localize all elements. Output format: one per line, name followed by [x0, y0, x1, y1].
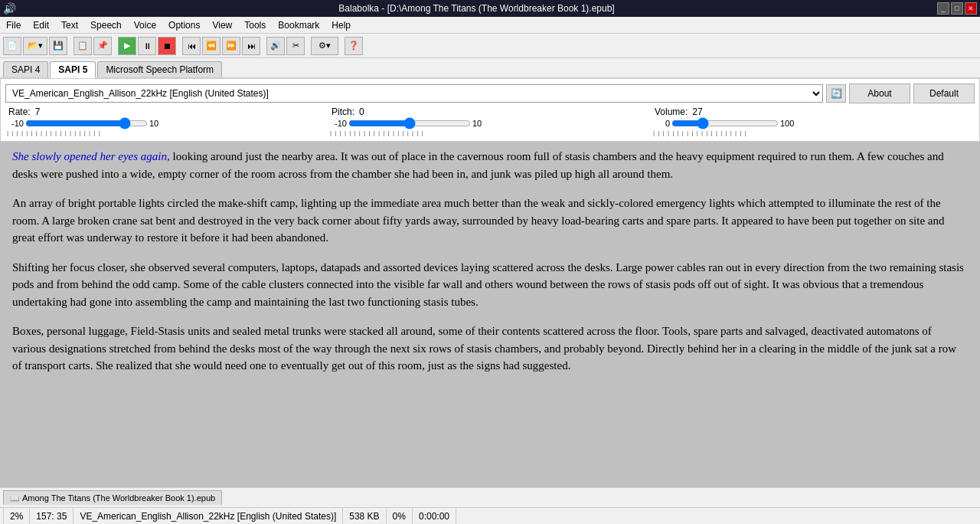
paragraph-1: She slowly opened her eyes again, lookin… — [12, 148, 968, 182]
tab-sapi4[interactable]: SAPI 4 — [3, 61, 48, 77]
menu-help[interactable]: Help — [325, 18, 357, 32]
rate-group: Rate: 7 -10 10 | | | | | | | | | | | | |… — [5, 106, 328, 136]
highlighted-text-p1: She slowly opened her eyes again, — [12, 150, 170, 162]
toolbar: 📄 📂▾ 💾 📋 📌 ▶ ⏸ ⏹ ⏮ ⏪ ⏩ ⏭ 🔊 ✂ ⚙▾ ❓ — [0, 34, 980, 58]
app-window: 🔊 Balabolka - [D:\Among The Titans (The … — [0, 0, 980, 524]
body-text-p2: An array of bright portable lights circl… — [12, 197, 944, 244]
minimize-button[interactable]: _ — [937, 2, 949, 15]
pitch-max: 10 — [472, 119, 489, 128]
file-tab[interactable]: 📖 Among The Titans (The Worldbreaker Boo… — [3, 490, 222, 505]
rewind-button[interactable]: ⏪ — [202, 37, 220, 55]
pitch-label: Pitch: — [332, 106, 354, 117]
help-button[interactable]: ❓ — [345, 37, 363, 55]
save-button[interactable]: 💾 — [49, 37, 67, 55]
paste-button[interactable]: 📌 — [93, 37, 112, 55]
pitch-slider[interactable] — [348, 117, 471, 129]
about-button[interactable]: About — [849, 84, 910, 103]
status-percent: 0% — [387, 508, 413, 524]
content-area: She slowly opened her eyes again, lookin… — [0, 142, 980, 487]
volume-label: Volume: — [655, 106, 688, 117]
default-button[interactable]: Default — [913, 84, 975, 103]
body-text-p4: Boxes, personal luggage, Field-Stasis un… — [12, 325, 956, 372]
split-button[interactable]: ✂ — [286, 37, 305, 55]
paragraph-2: An array of bright portable lights circl… — [12, 195, 968, 247]
settings-dropdown[interactable]: ⚙▾ — [311, 37, 338, 55]
rate-max: 10 — [149, 119, 166, 128]
rate-min: -10 — [7, 119, 24, 128]
volume-slider[interactable] — [671, 117, 779, 129]
menu-voice[interactable]: Voice — [128, 18, 162, 32]
open-dropdown[interactable]: 📂▾ — [23, 37, 47, 55]
rate-label: Rate: — [8, 106, 31, 117]
pitch-ticks: | | | | | | | | | | | | | | | | | | | | — [328, 129, 424, 136]
pitch-value: 0 — [359, 106, 364, 117]
prev-button[interactable]: ⏮ — [182, 37, 201, 55]
menu-edit[interactable]: Edit — [27, 18, 55, 32]
menu-options[interactable]: Options — [162, 18, 206, 32]
status-bar: 2% 157: 35 VE_American_English_Allison_2… — [0, 507, 980, 524]
menu-bar: File Edit Text Speech Voice Options View… — [0, 17, 980, 34]
pause-button[interactable]: ⏸ — [138, 37, 156, 55]
sliders-row: Rate: 7 -10 10 | | | | | | | | | | | | |… — [5, 106, 975, 136]
pitch-min: -10 — [330, 119, 347, 128]
maximize-button[interactable]: □ — [951, 2, 963, 15]
paragraph-4: Boxes, personal luggage, Field-Stasis un… — [12, 323, 968, 375]
rate-slider[interactable] — [25, 117, 148, 129]
bottom-tab-bar: 📖 Among The Titans (The Worldbreaker Boo… — [0, 487, 980, 507]
menu-tools[interactable]: Tools — [238, 18, 272, 32]
window-title: Balabolka - [D:\Among The Titans (The Wo… — [16, 3, 937, 14]
menu-file[interactable]: File — [0, 18, 27, 32]
voice-select-dropdown[interactable]: VE_American_English_Allison_22kHz [Engli… — [5, 84, 823, 103]
volume-ticks: | | | | | | | | | | | | | | | | | | | | — [652, 129, 747, 136]
voice-panel: VE_American_English_Allison_22kHz [Engli… — [0, 78, 980, 142]
tab-microsoft-speech[interactable]: Microsoft Speech Platform — [97, 61, 222, 77]
close-button[interactable]: ✕ — [965, 2, 977, 15]
file-tab-label: Among The Titans (The Worldbreaker Book … — [22, 493, 215, 503]
title-bar: 🔊 Balabolka - [D:\Among The Titans (The … — [0, 0, 980, 17]
tts-button[interactable]: 🔊 — [266, 37, 285, 55]
tab-sapi5[interactable]: SAPI 5 — [50, 61, 96, 78]
status-progress: 2% — [3, 508, 30, 524]
body-text-p3: Shifting her focus closer, she observed … — [12, 261, 964, 308]
sapi-tab-bar: SAPI 4 SAPI 5 Microsoft Speech Platform — [0, 58, 980, 78]
forward-button[interactable]: ⏩ — [222, 37, 240, 55]
file-tab-icon: 📖 — [10, 494, 19, 503]
voice-refresh-button[interactable]: 🔄 — [826, 84, 846, 103]
rate-value: 7 — [35, 106, 41, 117]
window-controls: _ □ ✕ — [937, 2, 977, 15]
menu-text[interactable]: Text — [55, 18, 84, 32]
paragraph-3: Shifting her focus closer, she observed … — [12, 259, 968, 311]
volume-max: 100 — [780, 119, 797, 128]
menu-bookmark[interactable]: Bookmark — [272, 18, 325, 32]
app-icon: 🔊 — [3, 2, 16, 15]
status-position: 157: 35 — [30, 508, 74, 524]
pitch-group: Pitch: 0 -10 10 | | | | | | | | | | | | … — [328, 106, 652, 136]
status-time: 0:00:00 — [413, 508, 456, 524]
menu-speech[interactable]: Speech — [84, 18, 128, 32]
status-voice: VE_American_English_Allison_22kHz [Engli… — [74, 508, 343, 524]
new-button[interactable]: 📄 — [3, 37, 21, 55]
menu-view[interactable]: View — [206, 18, 238, 32]
voice-select-row: VE_American_English_Allison_22kHz [Engli… — [5, 84, 975, 103]
volume-value: 27 — [692, 106, 702, 117]
next-button[interactable]: ⏭ — [242, 37, 260, 55]
rate-ticks: | | | | | | | | | | | | | | | | | | | | — [5, 129, 101, 136]
text-content-area[interactable]: She slowly opened her eyes again, lookin… — [0, 142, 980, 487]
volume-min: 0 — [653, 119, 670, 128]
copy-button[interactable]: 📋 — [74, 37, 92, 55]
stop-button[interactable]: ⏹ — [158, 37, 176, 55]
status-filesize: 538 KB — [343, 508, 386, 524]
play-button[interactable]: ▶ — [118, 37, 136, 55]
volume-group: Volume: 27 0 100 | | | | | | | | | | | |… — [652, 106, 975, 136]
